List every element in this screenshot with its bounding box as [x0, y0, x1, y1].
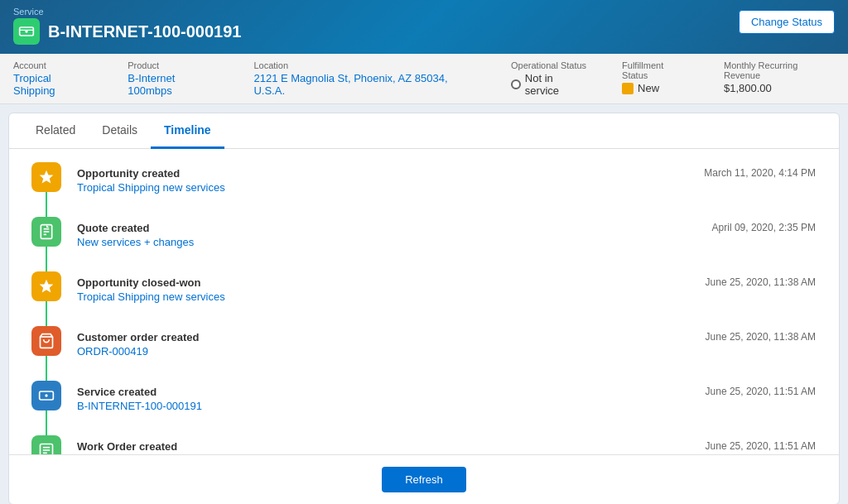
service-label: Service	[13, 7, 241, 17]
timeline-row: Opportunity closed-won Tropical Shipping…	[67, 271, 822, 319]
timeline-title: Opportunity created	[77, 167, 694, 180]
footer-area: Refresh	[9, 454, 839, 504]
timeline-title: Customer order created	[77, 331, 696, 343]
timeline-title: Work Order created	[77, 440, 696, 453]
fulfillment-badge-icon	[622, 83, 634, 94]
timeline-left	[26, 381, 67, 435]
timeline-content: Quote created New services + changes	[67, 217, 712, 265]
tab-bar: Related Details Timeline	[9, 113, 839, 149]
top-header: Service B-INTERNET-100-000191 Change Sta…	[0, 0, 848, 54]
timeline-items: Opportunity created Tropical Shipping ne…	[26, 162, 822, 454]
workorder-icon	[31, 435, 61, 454]
tab-timeline[interactable]: Timeline	[151, 113, 224, 149]
timeline-connector	[46, 410, 47, 435]
timeline-container: Opportunity created Tropical Shipping ne…	[9, 149, 839, 454]
account-meta: Account Tropical Shipping	[13, 60, 94, 97]
location-link[interactable]: 2121 E Magnolia St, Phoenix, AZ 85034, U…	[253, 72, 478, 97]
service-id: B-INTERNET-100-000191	[48, 22, 241, 41]
timeline-left	[26, 217, 67, 271]
mrr-value: $1,800.00	[724, 82, 835, 94]
timeline-row: Work Order created WO-000831 June 25, 20…	[67, 435, 822, 454]
status-circle-icon	[511, 79, 521, 89]
timeline-item: Opportunity created Tropical Shipping ne…	[26, 162, 822, 217]
timeline-link[interactable]: B-INTERNET-100-000191	[77, 400, 202, 412]
tab-details[interactable]: Details	[89, 113, 151, 149]
svg-marker-3	[40, 170, 54, 184]
location-meta: Location 2121 E Magnolia St, Phoenix, AZ…	[253, 60, 478, 97]
location-label: Location	[253, 60, 478, 70]
timeline-item: Service created B-INTERNET-100-000191 Ju…	[26, 381, 822, 435]
main-content: Related Details Timeline Opportunity cre…	[0, 104, 848, 504]
timeline-item: Work Order created WO-000831 June 25, 20…	[26, 435, 822, 454]
quote-icon	[31, 217, 61, 247]
opportunity-icon	[31, 162, 61, 192]
opportunity-icon	[31, 271, 61, 301]
timeline-item: Opportunity closed-won Tropical Shipping…	[26, 271, 822, 326]
fulfillment-meta: Fulfillment Status New	[622, 60, 691, 94]
timeline-connector	[46, 356, 47, 381]
timeline-connector	[46, 192, 47, 217]
timeline-link[interactable]: Tropical Shipping new services	[77, 290, 225, 303]
fulfillment-badge: New	[622, 82, 691, 94]
product-label: Product	[128, 60, 220, 70]
timeline-link[interactable]: Tropical Shipping new services	[77, 181, 225, 194]
svg-marker-8	[40, 280, 54, 293]
timeline-left	[26, 162, 67, 217]
op-status-meta: Operational Status Not in service	[511, 60, 589, 97]
timeline-date: June 25, 2020, 11:38 AM	[706, 271, 822, 319]
timeline-connector	[46, 247, 47, 271]
service-icon	[31, 381, 61, 410]
service-icon-svg	[18, 23, 35, 40]
account-link[interactable]: Tropical Shipping	[13, 72, 94, 97]
timeline-row: Quote created New services + changes Apr…	[67, 217, 822, 265]
fulfillment-label: Fulfillment Status	[622, 60, 691, 80]
timeline-date: June 25, 2020, 11:38 AM	[706, 326, 822, 374]
timeline-content: Customer order created ORDR-000419	[67, 326, 706, 374]
refresh-button[interactable]: Refresh	[382, 467, 466, 492]
timeline-date: March 11, 2020, 4:14 PM	[704, 162, 822, 210]
timeline-item: Customer order created ORDR-000419 June …	[26, 326, 822, 381]
svg-point-11	[45, 394, 47, 396]
timeline-content: Work Order created WO-000831	[67, 435, 706, 454]
timeline-item: Quote created New services + changes Apr…	[26, 217, 822, 271]
timeline-connector	[46, 301, 47, 326]
mrr-meta: Monthly Recurring Revenue $1,800.00	[724, 60, 835, 94]
timeline-title: Opportunity closed-won	[77, 276, 696, 289]
main-card: Related Details Timeline Opportunity cre…	[8, 113, 840, 504]
timeline-date: June 25, 2020, 11:51 AM	[706, 381, 822, 429]
product-meta: Product B-Internet 100mbps	[128, 60, 220, 97]
timeline-content: Service created B-INTERNET-100-000191	[67, 381, 706, 429]
timeline-title: Service created	[77, 386, 696, 398]
tab-related[interactable]: Related	[22, 113, 89, 149]
timeline-date: April 09, 2020, 2:35 PM	[712, 217, 822, 265]
timeline-left	[26, 271, 67, 326]
op-status-text: Not in service	[525, 72, 589, 97]
timeline-row: Service created B-INTERNET-100-000191 Ju…	[67, 381, 822, 429]
service-info: Service B-INTERNET-100-000191	[13, 7, 241, 45]
fulfillment-text: New	[638, 82, 659, 94]
timeline-link[interactable]: New services + changes	[77, 236, 194, 248]
timeline-left	[26, 435, 67, 454]
account-label: Account	[13, 60, 94, 70]
service-icon	[13, 18, 40, 45]
timeline-row: Customer order created ORDR-000419 June …	[67, 326, 822, 374]
product-link[interactable]: B-Internet 100mbps	[128, 72, 220, 97]
timeline-link[interactable]: ORDR-000419	[77, 345, 148, 358]
timeline-content: Opportunity created Tropical Shipping ne…	[67, 162, 704, 210]
meta-bar: Account Tropical Shipping Product B-Inte…	[0, 54, 848, 104]
order-icon	[31, 326, 61, 356]
change-status-button[interactable]: Change Status	[739, 10, 835, 34]
op-status-label: Operational Status	[511, 60, 589, 70]
service-id-row: B-INTERNET-100-000191	[13, 18, 241, 45]
mrr-label: Monthly Recurring Revenue	[724, 60, 835, 80]
timeline-date: June 25, 2020, 11:51 AM	[706, 435, 822, 454]
timeline-content: Opportunity closed-won Tropical Shipping…	[67, 271, 706, 319]
timeline-row: Opportunity created Tropical Shipping ne…	[67, 162, 822, 210]
timeline-title: Quote created	[77, 222, 702, 234]
op-status-value: Not in service	[511, 72, 589, 97]
timeline-left	[26, 326, 67, 381]
